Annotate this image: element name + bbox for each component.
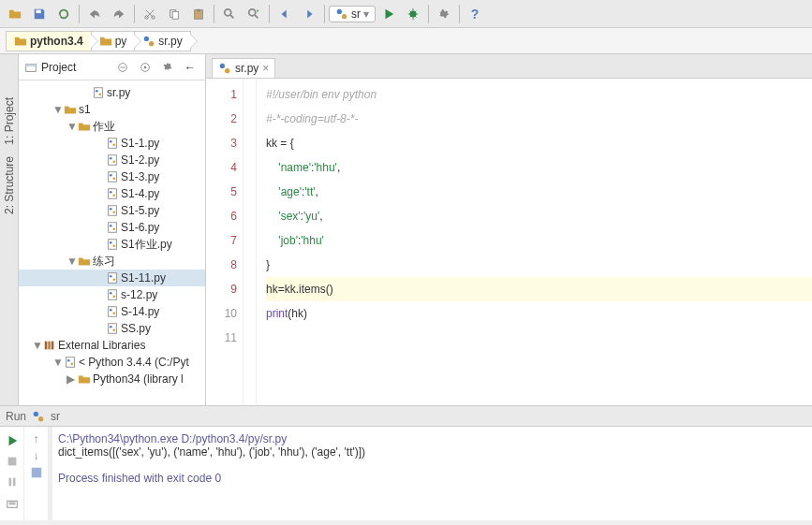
breadcrumb-bar: python3.4 py sr.py — [0, 28, 812, 54]
forward-button[interactable] — [298, 3, 320, 25]
run-panel: Run sr ↑ ↓ C:\Python34\python.exe D:/pyt… — [0, 405, 812, 520]
up-button[interactable]: ↑ — [34, 432, 39, 445]
tree-row[interactable]: S1-4.py — [19, 185, 205, 202]
cut-button[interactable] — [139, 3, 161, 25]
svg-point-43 — [112, 244, 115, 247]
svg-rect-26 — [109, 155, 117, 166]
close-panel-button[interactable] — [4, 494, 21, 511]
svg-rect-38 — [109, 223, 117, 233]
sidebar-tab-project[interactable]: 1: Project — [1, 92, 18, 151]
project-icon — [24, 61, 37, 74]
tree-row[interactable]: ▼作业 — [19, 118, 205, 135]
console-output[interactable]: C:\Python34\python.exe D:/python3.4/py/s… — [49, 427, 812, 520]
svg-point-39 — [110, 225, 112, 227]
tree-row[interactable]: s-12.py — [19, 286, 205, 303]
hide-button[interactable]: ← — [181, 58, 199, 77]
svg-rect-66 — [7, 458, 16, 466]
pause-button[interactable] — [4, 474, 21, 490]
svg-rect-57 — [48, 342, 51, 350]
project-panel: Project ← sr.py▼s1▼作业S1-1.pyS1-2.pyS1-3.… — [19, 54, 206, 405]
svg-point-45 — [110, 275, 112, 278]
settings-button[interactable] — [433, 3, 455, 25]
svg-rect-47 — [109, 290, 117, 300]
sidebar-tab-structure[interactable]: 2: Structure — [1, 151, 18, 220]
tree-row[interactable]: ▼s1 — [19, 101, 205, 118]
undo-button[interactable] — [83, 3, 106, 25]
svg-rect-35 — [109, 206, 117, 216]
back-button[interactable] — [273, 3, 296, 25]
svg-point-55 — [112, 328, 115, 331]
run-panel-header: Run sr — [0, 406, 812, 427]
stop-button[interactable] — [4, 453, 21, 470]
refresh-button[interactable] — [52, 3, 75, 25]
project-panel-header: Project ← — [19, 54, 205, 80]
editor-tab[interactable]: sr.py × — [212, 58, 275, 78]
tree-row[interactable]: S-14.py — [19, 303, 205, 320]
close-icon[interactable]: × — [262, 62, 269, 75]
svg-rect-67 — [8, 478, 11, 487]
main-toolbar: sr ▾ ? — [0, 0, 812, 28]
run-button[interactable] — [377, 3, 400, 25]
paste-button[interactable] — [187, 3, 210, 25]
tree-row[interactable]: S1-5.py — [19, 202, 205, 219]
run-config-selector[interactable]: sr ▾ — [329, 6, 376, 22]
svg-point-28 — [112, 160, 115, 163]
help-button[interactable]: ? — [464, 3, 486, 25]
collapse-all-button[interactable] — [113, 58, 132, 77]
svg-point-21 — [96, 90, 98, 93]
rerun-button[interactable] — [4, 432, 21, 449]
down-button[interactable]: ↓ — [34, 449, 39, 462]
separator — [79, 5, 80, 23]
svg-rect-70 — [31, 468, 41, 478]
run-panel-title: Run — [6, 410, 26, 423]
tree-row[interactable]: S1-1.py — [19, 135, 205, 152]
svg-point-25 — [112, 143, 115, 146]
python-icon — [218, 62, 231, 75]
save-button[interactable] — [28, 3, 51, 25]
svg-rect-41 — [109, 240, 117, 250]
separator — [134, 5, 135, 23]
copy-button[interactable] — [163, 3, 185, 25]
replace-button[interactable] — [243, 3, 265, 25]
svg-rect-15 — [26, 64, 37, 66]
svg-rect-50 — [109, 307, 117, 317]
open-button[interactable] — [4, 3, 26, 25]
svg-point-7 — [225, 8, 231, 15]
tree-row[interactable]: S1-11.py — [19, 270, 205, 286]
svg-point-31 — [112, 177, 115, 180]
tree-row[interactable]: ▶Python34 (library l — [19, 371, 205, 387]
separator — [324, 5, 325, 23]
panel-title: Project — [41, 61, 110, 74]
svg-point-64 — [34, 411, 38, 416]
tree-row[interactable]: ▼< Python 3.4.4 (C:/Pyt — [19, 354, 205, 371]
svg-point-27 — [110, 157, 112, 160]
svg-rect-53 — [109, 324, 117, 334]
breadcrumb-item[interactable]: python3.4 — [6, 31, 92, 51]
tree-row[interactable]: ▼External Libraries — [19, 337, 205, 354]
svg-rect-44 — [109, 273, 117, 284]
scroll-from-source-button[interactable] — [136, 58, 155, 77]
tree-row[interactable]: sr.py — [19, 84, 205, 101]
project-tree[interactable]: sr.py▼s1▼作业S1-1.pyS1-2.pyS1-3.pyS1-4.pyS… — [19, 80, 205, 405]
tree-row[interactable]: S1作业.py — [19, 236, 205, 253]
svg-point-12 — [144, 36, 149, 40]
soft-wrap-button[interactable] — [30, 466, 43, 482]
python-icon — [32, 410, 45, 423]
tree-row[interactable]: SS.py — [19, 320, 205, 337]
svg-point-48 — [110, 292, 112, 295]
find-button[interactable] — [218, 3, 241, 25]
svg-rect-58 — [52, 342, 54, 350]
separator — [269, 5, 270, 23]
svg-point-30 — [110, 174, 112, 177]
tree-row[interactable]: ▼练习 — [19, 253, 205, 270]
tree-row[interactable]: S1-3.py — [19, 168, 205, 185]
run-config-name: sr — [51, 410, 60, 423]
breadcrumb-item[interactable]: sr.py — [134, 31, 190, 51]
code-area[interactable]: #!/user/bin env python#-*-coding=utf-8-*… — [257, 79, 812, 405]
tree-row[interactable]: S1-6.py — [19, 219, 205, 236]
gear-icon[interactable] — [158, 58, 177, 77]
debug-button[interactable] — [402, 3, 424, 25]
redo-button[interactable] — [108, 3, 130, 25]
tree-row[interactable]: S1-2.py — [19, 152, 205, 168]
svg-point-37 — [112, 211, 115, 213]
